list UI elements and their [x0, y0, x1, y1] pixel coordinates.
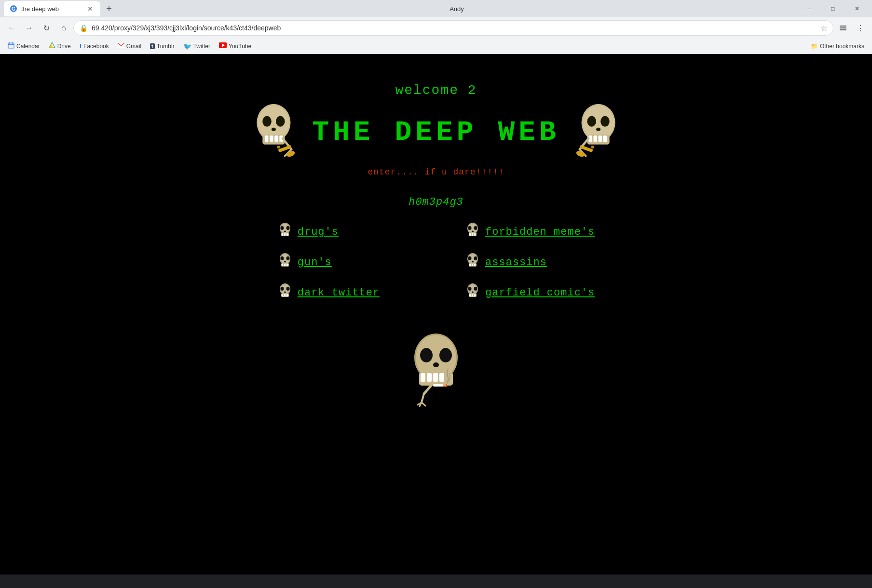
- svg-text:G: G: [12, 6, 15, 12]
- extensions-button[interactable]: [835, 20, 851, 36]
- youtube-icon: [219, 42, 227, 50]
- bookmarks-bar: Calendar Drive f Facebook Gmail t Tumblr…: [0, 39, 872, 54]
- more-menu-button[interactable]: ⋮: [853, 20, 868, 36]
- link-garfield-comics[interactable]: garfield comic's: [465, 283, 595, 302]
- svg-rect-88: [286, 294, 288, 296]
- skull-right-decoration: [570, 103, 623, 162]
- svg-line-113: [422, 402, 425, 406]
- home-button[interactable]: ⌂: [56, 20, 71, 36]
- skull-icon-forbidden-memes: [465, 223, 480, 241]
- svg-rect-11: [118, 42, 124, 48]
- svg-rect-108: [433, 384, 444, 387]
- skull-icon-garfield-comics: [465, 283, 480, 302]
- link-drugs-text: drug's: [298, 226, 339, 238]
- welcome-heading: welcome 2: [395, 83, 477, 98]
- bookmark-youtube[interactable]: YouTube: [215, 40, 255, 52]
- svg-point-18: [272, 128, 276, 131]
- svg-rect-51: [284, 233, 286, 236]
- close-button[interactable]: ✕: [846, 0, 868, 17]
- new-tab-button[interactable]: +: [102, 2, 116, 15]
- back-button[interactable]: ←: [4, 20, 19, 36]
- tab-title: the deep web: [21, 5, 59, 13]
- username-label: Andy: [450, 5, 464, 13]
- svg-rect-110: [446, 384, 447, 387]
- svg-point-31: [587, 116, 596, 127]
- youtube-label: YouTube: [229, 43, 251, 50]
- svg-point-100: [420, 348, 433, 362]
- svg-point-83: [286, 287, 289, 291]
- bookmark-facebook[interactable]: f Facebook: [76, 40, 113, 52]
- link-garfield-comics-text: garfield comic's: [485, 287, 595, 299]
- address-bar[interactable]: 🔒 69.420/proxy/329/xj3/393/cjj3lxl/login…: [73, 20, 833, 36]
- svg-rect-97: [474, 294, 476, 296]
- svg-point-55: [468, 226, 472, 230]
- svg-rect-78: [472, 264, 473, 266]
- svg-rect-20: [265, 135, 268, 142]
- svg-point-64: [280, 256, 284, 260]
- site-title: THE DEEP WEB: [312, 117, 560, 148]
- svg-rect-70: [286, 264, 288, 266]
- svg-point-84: [284, 292, 286, 293]
- link-guns[interactable]: gun's: [277, 253, 407, 272]
- header-area: THE DEEP WEB: [249, 103, 623, 162]
- link-assassins[interactable]: assassins: [465, 253, 595, 272]
- link-dark-twitter[interactable]: dark twitter: [277, 283, 407, 302]
- homepage-label: h0m3p4g3: [409, 196, 463, 208]
- svg-rect-69: [284, 264, 286, 266]
- svg-point-32: [600, 116, 609, 127]
- forward-button[interactable]: →: [21, 20, 37, 36]
- tab-strip: G the deep web ✕ +: [4, 1, 116, 16]
- svg-point-101: [439, 348, 452, 362]
- twitter-icon: 🐦: [183, 42, 191, 50]
- skull-icon-drugs: [277, 223, 293, 241]
- other-bookmarks-label: Other bookmarks: [820, 43, 864, 50]
- minimize-button[interactable]: ─: [798, 0, 820, 17]
- maximize-button[interactable]: □: [822, 0, 844, 17]
- tab-favicon: G: [10, 5, 17, 13]
- svg-marker-10: [49, 44, 53, 48]
- bookmark-drive[interactable]: Drive: [45, 40, 75, 52]
- svg-rect-105: [427, 373, 432, 382]
- svg-rect-68: [282, 264, 283, 266]
- svg-rect-86: [282, 294, 283, 296]
- bookmark-gmail[interactable]: Gmail: [114, 40, 145, 52]
- svg-rect-107: [439, 373, 444, 382]
- svg-rect-22: [274, 135, 278, 142]
- link-guns-text: gun's: [298, 256, 332, 268]
- link-dark-twitter-text: dark twitter: [298, 287, 380, 299]
- svg-rect-106: [433, 373, 438, 382]
- bookmark-tumblr[interactable]: t Tumblr: [146, 40, 178, 52]
- user-area: Andy: [450, 5, 464, 13]
- svg-rect-5: [8, 43, 14, 48]
- bottom-skull-decoration: [407, 331, 465, 417]
- svg-rect-3: [840, 27, 846, 28]
- svg-point-66: [284, 261, 286, 263]
- svg-rect-87: [284, 294, 286, 296]
- svg-point-82: [280, 287, 284, 291]
- bookmarks-right: 📁 Other bookmarks: [807, 40, 868, 52]
- skull-icon-assassins: [465, 253, 480, 272]
- skull-icon-guns: [277, 253, 293, 272]
- link-forbidden-memes-text: forbidden meme's: [485, 226, 595, 238]
- svg-rect-21: [270, 135, 273, 142]
- reload-button[interactable]: ↻: [39, 20, 54, 36]
- svg-point-56: [474, 226, 477, 230]
- other-bookmarks-button[interactable]: 📁 Other bookmarks: [807, 40, 868, 52]
- active-tab[interactable]: G the deep web ✕: [4, 1, 100, 16]
- svg-point-47: [286, 226, 289, 230]
- bookmark-twitter[interactable]: 🐦 Twitter: [179, 40, 214, 52]
- drive-label: Drive: [57, 43, 71, 50]
- page-content: welcome 2: [0, 54, 872, 575]
- svg-rect-50: [282, 233, 283, 236]
- tab-close-button[interactable]: ✕: [86, 4, 95, 13]
- tumblr-label: Tumblr: [157, 43, 175, 50]
- svg-rect-61: [474, 233, 476, 236]
- bookmark-star-icon[interactable]: ☆: [820, 24, 827, 33]
- svg-point-92: [474, 287, 477, 291]
- link-drugs[interactable]: drug's: [277, 223, 407, 241]
- site-title-block: THE DEEP WEB: [312, 117, 560, 148]
- bookmark-calendar[interactable]: Calendar: [4, 40, 44, 52]
- link-forbidden-memes[interactable]: forbidden meme's: [465, 223, 595, 241]
- svg-rect-95: [469, 294, 471, 296]
- links-grid: drug's forbidden meme's: [277, 223, 595, 302]
